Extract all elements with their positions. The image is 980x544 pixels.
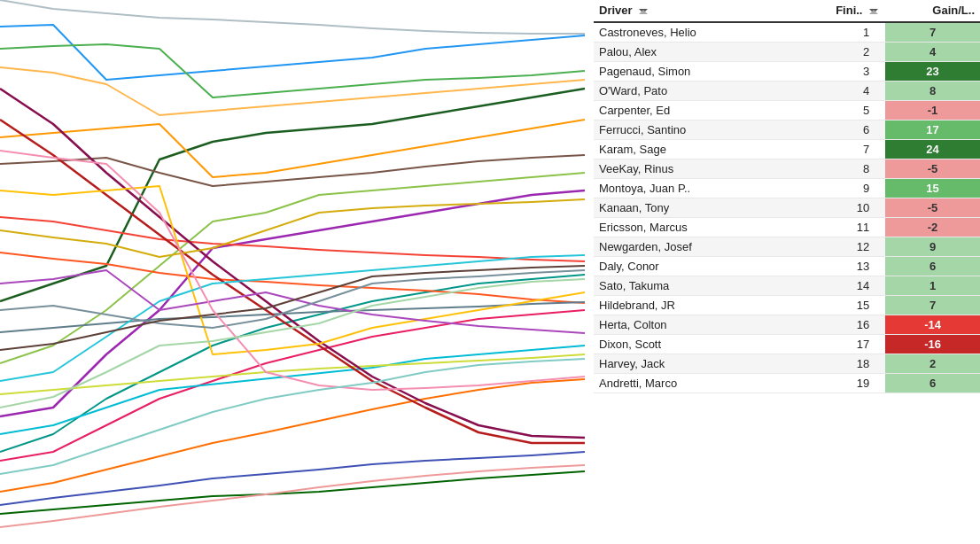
driver-cell: O'Ward, Pato (594, 81, 787, 100)
table-header-row: Driver Fini.. Gain/L.. (594, 0, 980, 22)
results-table: Driver Fini.. Gain/L.. Castroneves, Heli… (594, 0, 980, 393)
driver-cell: Andretti, Marco (594, 373, 787, 392)
gain-cell: 17 (885, 120, 980, 139)
gain-cell: 1 (885, 276, 980, 295)
finish-cell: 10 (787, 198, 885, 217)
table-row: Palou, Alex24 (594, 42, 980, 61)
driver-cell: Carpenter, Ed (594, 100, 787, 120)
gain-cell: 9 (885, 237, 980, 256)
table-row: Sato, Takuma141 (594, 276, 980, 295)
table-row: Pagenaud, Simon323 (594, 61, 980, 81)
driver-cell: Dixon, Scott (594, 334, 787, 354)
driver-cell: Kanaan, Tony (594, 198, 787, 217)
sort-icon (637, 5, 649, 18)
gain-cell: -5 (885, 159, 980, 178)
gain-cell: -16 (885, 334, 980, 354)
driver-cell: Daly, Conor (594, 256, 787, 276)
gain-cell: 23 (885, 61, 980, 81)
table-row: Ericsson, Marcus11-2 (594, 217, 980, 237)
finish-cell: 19 (787, 373, 885, 392)
finish-header[interactable]: Fini.. (787, 0, 885, 22)
table-row: Dixon, Scott17-16 (594, 334, 980, 354)
finish-cell: 1 (787, 22, 885, 43)
sort-icon-finish (867, 5, 880, 18)
driver-cell: Herta, Colton (594, 315, 787, 334)
driver-cell: Harvey, Jack (594, 354, 787, 373)
gain-cell: 8 (885, 81, 980, 100)
finish-cell: 11 (787, 217, 885, 237)
gain-cell: -1 (885, 100, 980, 120)
table-row: VeeKay, Rinus8-5 (594, 159, 980, 178)
finish-cell: 7 (787, 139, 885, 159)
table-row: Carpenter, Ed5-1 (594, 100, 980, 120)
driver-header[interactable]: Driver (594, 0, 787, 22)
gain-cell: 15 (885, 178, 980, 198)
gain-cell: 6 (885, 373, 980, 392)
gain-cell: -2 (885, 217, 980, 237)
finish-cell: 16 (787, 315, 885, 334)
driver-cell: Hildebrand, JR (594, 295, 787, 315)
finish-cell: 2 (787, 42, 885, 61)
gain-cell: 24 (885, 139, 980, 159)
finish-cell: 18 (787, 354, 885, 373)
table-row: Daly, Conor136 (594, 256, 980, 276)
driver-cell: Montoya, Juan P.. (594, 178, 787, 198)
driver-cell: Palou, Alex (594, 42, 787, 61)
gain-cell: 6 (885, 256, 980, 276)
driver-cell: Karam, Sage (594, 139, 787, 159)
table-row: Andretti, Marco196 (594, 373, 980, 392)
gain-header[interactable]: Gain/L.. (885, 0, 980, 22)
gain-cell: -14 (885, 315, 980, 334)
table-row: Ferrucci, Santino617 (594, 120, 980, 139)
finish-cell: 3 (787, 61, 885, 81)
finish-cell: 13 (787, 256, 885, 276)
results-table-container: Driver Fini.. Gain/L.. Castroneves, Heli… (594, 0, 980, 544)
table-row: Montoya, Juan P..915 (594, 178, 980, 198)
finish-cell: 15 (787, 295, 885, 315)
table-row: Hildebrand, JR157 (594, 295, 980, 315)
driver-cell: Castroneves, Helio (594, 22, 787, 43)
finish-cell: 4 (787, 81, 885, 100)
table-row: Karam, Sage724 (594, 139, 980, 159)
table-row: Harvey, Jack182 (594, 354, 980, 373)
gain-cell: 2 (885, 354, 980, 373)
table-row: Newgarden, Josef129 (594, 237, 980, 256)
finish-cell: 6 (787, 120, 885, 139)
table-row: O'Ward, Pato48 (594, 81, 980, 100)
finish-cell: 9 (787, 178, 885, 198)
gain-cell: 4 (885, 42, 980, 61)
gain-cell: 7 (885, 22, 980, 43)
table-row: Kanaan, Tony10-5 (594, 198, 980, 217)
finish-cell: 14 (787, 276, 885, 295)
finish-cell: 17 (787, 334, 885, 354)
table-row: Herta, Colton16-14 (594, 315, 980, 334)
driver-cell: Ferrucci, Santino (594, 120, 787, 139)
gain-cell: -5 (885, 198, 980, 217)
bump-chart (0, 0, 594, 544)
driver-cell: Sato, Takuma (594, 276, 787, 295)
finish-cell: 12 (787, 237, 885, 256)
driver-cell: VeeKay, Rinus (594, 159, 787, 178)
table-row: Castroneves, Helio17 (594, 22, 980, 43)
driver-cell: Ericsson, Marcus (594, 217, 787, 237)
finish-cell: 8 (787, 159, 885, 178)
gain-cell: 7 (885, 295, 980, 315)
driver-cell: Newgarden, Josef (594, 237, 787, 256)
driver-cell: Pagenaud, Simon (594, 61, 787, 81)
finish-cell: 5 (787, 100, 885, 120)
